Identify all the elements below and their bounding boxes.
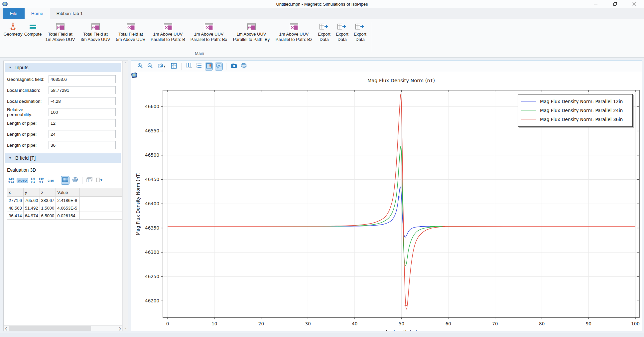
pipe-length-24-input[interactable] (49, 130, 116, 138)
show-tooltip-button[interactable] (215, 63, 223, 71)
total-field-5m-button[interactable]: Total Field at5m Above UUV (113, 21, 148, 43)
auto-notation-button[interactable]: AUTO (17, 178, 28, 183)
relative-permeability-input[interactable] (49, 108, 116, 116)
geomagnetic-field-input[interactable] (49, 75, 116, 83)
export-table-button[interactable] (95, 176, 104, 185)
total-field-1m-button[interactable]: Total Field at1m Above UUV (43, 21, 78, 43)
col-header-value[interactable]: Value (56, 188, 80, 197)
zoom-out-icon (147, 63, 153, 70)
plot-window-icon (91, 22, 100, 32)
scroll-left-arrow[interactable]: ❮ (4, 326, 9, 331)
tab-home[interactable]: Home (25, 8, 50, 19)
zoom-out-button[interactable] (146, 63, 154, 71)
cell: 48.563 (7, 204, 24, 212)
export-data-button-2[interactable]: ExportData (333, 21, 351, 43)
title-bar: Untitled.mph - Magnetic Simulations of I… (0, 0, 644, 8)
restore-button[interactable] (605, 0, 625, 8)
svg-text:30: 30 (305, 321, 311, 326)
fmt-label: AUTO (18, 179, 27, 182)
bfield-section-header[interactable]: ▼ B field [T] (5, 153, 121, 163)
ribbon-tab-bar: File Home Ribbon Tab 1 (0, 8, 644, 19)
plot-area[interactable]: 0102030405060708090100462004625046300463… (131, 72, 642, 331)
pipe-length-12-input[interactable] (49, 119, 116, 127)
cell: 36.414 (7, 212, 24, 220)
scroll-up-arrow[interactable]: ⌃ (123, 61, 128, 67)
scroll-down-arrow[interactable]: ⌄ (123, 325, 128, 331)
table-view-button[interactable] (61, 176, 69, 185)
tooltip-bubble-icon (216, 63, 222, 70)
field-label: Local inclination: (7, 88, 49, 93)
parallel-path-bx-button[interactable]: 1m Above UUVParallel to Path: Bx (188, 21, 230, 43)
cell: 1.5000 (40, 204, 56, 212)
pipe-length-36-input[interactable] (49, 141, 116, 149)
print-button[interactable] (240, 63, 248, 71)
parallel-path-by-button[interactable]: 1m Above UUVParallel to Path: By (230, 21, 273, 43)
minimize-button[interactable] (586, 0, 605, 8)
export-data-button-1[interactable]: ExportData (315, 21, 333, 43)
legend-line-sample (521, 101, 536, 101)
field-row: Length of pipe: (7, 130, 119, 138)
field-row: Length of pipe: (7, 119, 119, 127)
col-header-x[interactable]: x (7, 188, 24, 197)
local-declination-input[interactable] (49, 97, 116, 105)
table-row[interactable]: 48.563 51.492 1.5000 4.6653E-5 (7, 204, 123, 212)
polar-plot-button[interactable] (71, 176, 79, 185)
x-axis-log-button[interactable] (185, 63, 193, 71)
svg-text:90: 90 (586, 321, 591, 326)
inputs-section-header[interactable]: ▼ Inputs (5, 63, 121, 72)
tab-file[interactable]: File (3, 8, 25, 19)
full-precision-button[interactable]: 8.85 e-12 (7, 176, 15, 184)
scrollbar-thumb[interactable] (9, 326, 91, 331)
toolbar-separator (181, 63, 182, 70)
show-legends-button[interactable] (205, 63, 213, 71)
cell: 383.67 (40, 197, 56, 204)
export-data-button-3[interactable]: ExportData (351, 21, 369, 43)
close-button[interactable] (625, 0, 644, 8)
svg-text:20: 20 (258, 321, 264, 326)
table-row[interactable]: 36.414 64.974 6.5000 0.026154 (7, 212, 123, 220)
ribbon-group-label: Main (0, 51, 399, 56)
local-inclination-input[interactable] (49, 86, 116, 94)
snapshot-button[interactable] (230, 63, 238, 71)
vertical-scrollbar[interactable]: ⌃ ⌄ (122, 61, 128, 331)
copy-table-icon (86, 177, 92, 184)
fmt-bottom: e-12 (8, 180, 14, 183)
decimal-notation-button[interactable]: 0.85 (46, 178, 55, 183)
settings-panel: ▼ Inputs Geomagnetic field: Local inclin… (3, 61, 128, 331)
ribbon-button-label2: Parallel to Path: Bz (276, 37, 313, 42)
ribbon-button-label: Total Field at (118, 32, 143, 37)
ribbon-button-label: Export (336, 32, 348, 37)
compute-button[interactable]: Compute (23, 21, 43, 38)
field-row: Local inclination: (7, 86, 119, 94)
zoom-box-button[interactable]: ▼ (156, 63, 168, 71)
y-axis-log-button[interactable] (195, 63, 203, 71)
inputs-section-title: Inputs (15, 65, 29, 70)
window-bottom-edge (0, 333, 644, 337)
scroll-right-arrow[interactable]: ❯ (117, 326, 122, 331)
legend-item: Mag Flux Density Norm: Parallel 36in (521, 115, 629, 124)
scientific-notation-button[interactable]: 8.5 e-1 (30, 176, 36, 184)
tab-ribbon-tab-1[interactable]: Ribbon Tab 1 (50, 8, 89, 19)
field-label: Geomagnetic field: (7, 77, 49, 82)
col-header-z[interactable]: z (40, 188, 56, 197)
parallel-path-b-button[interactable]: 1m Above UUVParallel to Path: B (148, 21, 188, 43)
copy-table-button[interactable] (85, 176, 94, 185)
zoom-extents-button[interactable] (170, 63, 178, 71)
plot-window-icon (290, 22, 299, 32)
horizontal-scrollbar[interactable]: ❮ ❯ (4, 325, 122, 331)
cell: 6.5000 (40, 212, 56, 220)
camera-icon (231, 63, 237, 70)
x-axis-grid-icon (186, 63, 192, 70)
legend-line-sample (521, 110, 536, 110)
zoom-in-button[interactable] (136, 63, 144, 71)
engineering-notation-button[interactable]: 850 e-3 (38, 176, 45, 184)
col-header-y[interactable]: y (23, 188, 40, 197)
total-field-3m-button[interactable]: Total Field at3m Above UUV (78, 21, 113, 43)
geometry-button[interactable]: Geometry (3, 21, 23, 38)
zoom-in-icon (137, 63, 143, 70)
y-axis-grid-icon (196, 63, 202, 70)
table-toolbar: 8.85 e-12 AUTO 8.5 e-1 850 e-3 0.85 (7, 176, 122, 185)
field-label: Length of pipe: (7, 143, 49, 148)
parallel-path-bz-button[interactable]: 1m Above UUVParallel to Path: Bz (273, 21, 315, 43)
table-row[interactable]: 2771.6 765.60 383.67 2.4186E-8 (7, 197, 123, 204)
